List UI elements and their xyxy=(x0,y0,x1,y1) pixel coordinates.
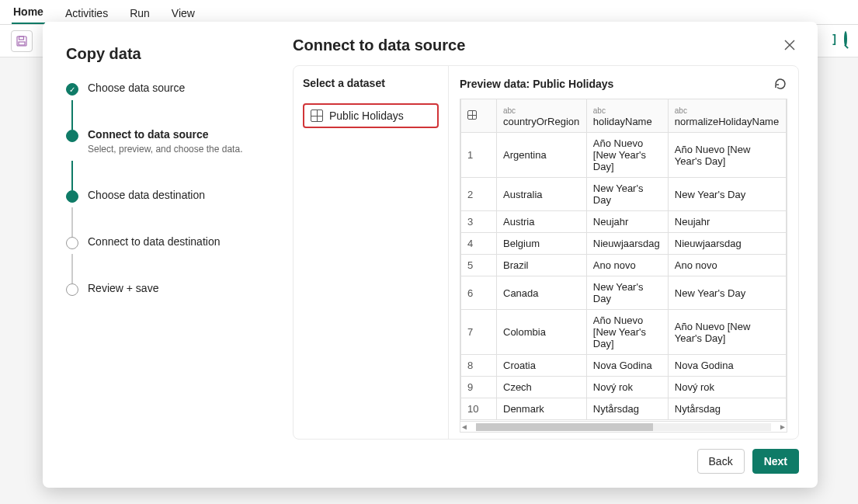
close-icon xyxy=(783,39,796,51)
save-button[interactable] xyxy=(11,30,33,52)
step-label: Choose data destination xyxy=(88,189,205,201)
save-icon xyxy=(16,36,27,47)
cell[interactable]: Año Nuevo [New Year's Day] xyxy=(668,310,786,355)
cell[interactable]: Neujahr xyxy=(586,211,668,233)
row-number: 3 xyxy=(461,211,497,233)
cell[interactable]: Año Nuevo [New Year's Day] xyxy=(586,133,668,178)
cell[interactable]: Brazil xyxy=(497,255,587,276)
cell[interactable]: New Year's Day xyxy=(668,178,786,211)
svg-rect-1 xyxy=(19,36,24,40)
cell[interactable]: Año Nuevo [New Year's Day] xyxy=(586,310,668,355)
next-button[interactable]: Next xyxy=(752,449,799,474)
row-number: 1 xyxy=(461,133,497,178)
cell[interactable]: Austria xyxy=(497,211,587,233)
step-dot xyxy=(66,130,78,142)
ribbon-tab-run[interactable]: Run xyxy=(128,2,151,24)
footer-buttons: Back Next xyxy=(293,440,799,474)
cell[interactable]: Nova Godina xyxy=(668,355,786,377)
table-row[interactable]: 10DenmarkNytårsdagNytårsdag xyxy=(461,398,787,420)
column-header[interactable]: abc normalizeHolidayName xyxy=(668,99,786,133)
table-row[interactable]: 8CroatiaNova GodinaNova Godina xyxy=(461,355,787,377)
cell[interactable]: Ano novo xyxy=(668,255,786,276)
cell[interactable]: Argentina xyxy=(497,133,587,178)
cell[interactable]: Canada xyxy=(497,276,587,310)
cell[interactable]: Año Nuevo [New Year's Day] xyxy=(668,133,786,178)
cell[interactable]: Nytårsdag xyxy=(586,398,668,420)
cell[interactable]: Denmark xyxy=(497,398,587,420)
row-number: 10 xyxy=(461,398,497,420)
ribbon-tab-view[interactable]: View xyxy=(170,2,196,24)
row-number: 8 xyxy=(461,355,497,377)
back-button[interactable]: Back xyxy=(697,449,745,474)
row-number: 6 xyxy=(461,276,497,310)
row-number: 9 xyxy=(461,377,497,398)
column-header[interactable]: abc holidayName xyxy=(586,99,668,133)
step-dot: ✓ xyxy=(66,83,78,96)
ribbon-tab-activities[interactable]: Activities xyxy=(64,2,109,24)
cell[interactable]: Australia xyxy=(497,178,587,211)
cell[interactable]: Czech xyxy=(497,377,587,398)
content-card: Select a dataset Public Holidays Preview… xyxy=(293,65,799,440)
dataset-header: Select a dataset xyxy=(303,77,439,89)
cell[interactable]: Nový rok xyxy=(586,377,668,398)
table-row[interactable]: 7ColombiaAño Nuevo [New Year's Day]Año N… xyxy=(461,310,787,355)
copy-data-modal: Copy data ✓Choose data sourceConnect to … xyxy=(43,22,818,488)
cell[interactable]: New Year's Day xyxy=(586,276,668,310)
table-row[interactable]: 6CanadaNew Year's DayNew Year's Day xyxy=(461,276,787,310)
preview-title: Preview data: Public Holidays xyxy=(460,78,613,90)
dataset-item-public-holidays[interactable]: Public Holidays xyxy=(303,103,439,128)
dataset-item-label: Public Holidays xyxy=(329,109,404,122)
table-row[interactable]: 9CzechNový rokNový rok xyxy=(461,377,787,398)
wizard-sidebar: Copy data ✓Choose data sourceConnect to … xyxy=(43,22,274,488)
table-row[interactable]: 3AustriaNeujahrNeujahr xyxy=(461,211,787,233)
cell[interactable]: Croatia xyxy=(497,355,587,377)
overflow-icon[interactable]: ] xyxy=(832,33,836,45)
wizard-step[interactable]: Review + save xyxy=(66,282,260,302)
preview-panel: Preview data: Public Holidays abc countr… xyxy=(449,66,798,439)
refresh-button[interactable] xyxy=(773,77,787,91)
dataset-list: Select a dataset Public Holidays xyxy=(294,66,449,439)
search-icon[interactable] xyxy=(844,33,847,45)
table-row[interactable]: 5BrazilAno novoAno novo xyxy=(461,255,787,276)
cell[interactable]: Nova Godina xyxy=(586,355,668,377)
wizard-step[interactable]: Connect to data destination xyxy=(66,235,260,255)
cell[interactable]: Nieuwjaarsdag xyxy=(668,233,786,255)
cell[interactable]: Colombia xyxy=(497,310,587,355)
row-number: 2 xyxy=(461,178,497,211)
step-connector xyxy=(71,100,73,130)
step-dot xyxy=(66,190,78,203)
step-label: Choose data source xyxy=(88,82,185,94)
data-grid[interactable]: abc countryOrRegionabc holidayNameabc no… xyxy=(460,99,787,422)
cell[interactable]: Nytårsdag xyxy=(668,398,786,420)
row-number: 5 xyxy=(461,255,497,276)
wizard-step[interactable]: ✓Choose data source xyxy=(66,82,260,102)
row-number: 4 xyxy=(461,233,497,255)
step-subtext: Select, preview, and choose the data. xyxy=(88,144,242,156)
refresh-icon xyxy=(773,77,787,91)
step-connector xyxy=(71,207,73,237)
step-label: Connect to data source xyxy=(88,128,242,141)
wizard-step[interactable]: Choose data destination xyxy=(66,189,260,209)
row-number: 7 xyxy=(461,310,497,355)
cell[interactable]: New Year's Day xyxy=(668,276,786,310)
panel-title: Connect to data source xyxy=(293,36,465,54)
cell[interactable]: Nieuwjaarsdag xyxy=(586,233,668,255)
column-header[interactable]: abc countryOrRegion xyxy=(497,99,587,133)
table-row[interactable]: 2AustraliaNew Year's DayNew Year's Day xyxy=(461,178,787,211)
grid-corner xyxy=(461,99,497,133)
cell[interactable]: Nový rok xyxy=(668,377,786,398)
wizard-step[interactable]: Connect to data sourceSelect, preview, a… xyxy=(66,128,260,162)
step-label: Connect to data destination xyxy=(88,235,220,248)
cell[interactable]: New Year's Day xyxy=(586,178,668,211)
ribbon-tab-home[interactable]: Home xyxy=(12,1,45,24)
horizontal-scrollbar[interactable]: ◄ ► xyxy=(460,422,787,433)
close-button[interactable] xyxy=(780,36,799,54)
table-row[interactable]: 4BelgiumNieuwjaarsdagNieuwjaarsdag xyxy=(461,233,787,255)
cell[interactable]: Neujahr xyxy=(668,211,786,233)
cell[interactable]: Belgium xyxy=(497,233,587,255)
step-dot xyxy=(66,283,78,296)
cell[interactable]: Ano novo xyxy=(586,255,668,276)
step-label: Review + save xyxy=(88,282,158,294)
table-row[interactable]: 1ArgentinaAño Nuevo [New Year's Day]Año … xyxy=(461,133,787,178)
step-connector xyxy=(71,254,73,283)
